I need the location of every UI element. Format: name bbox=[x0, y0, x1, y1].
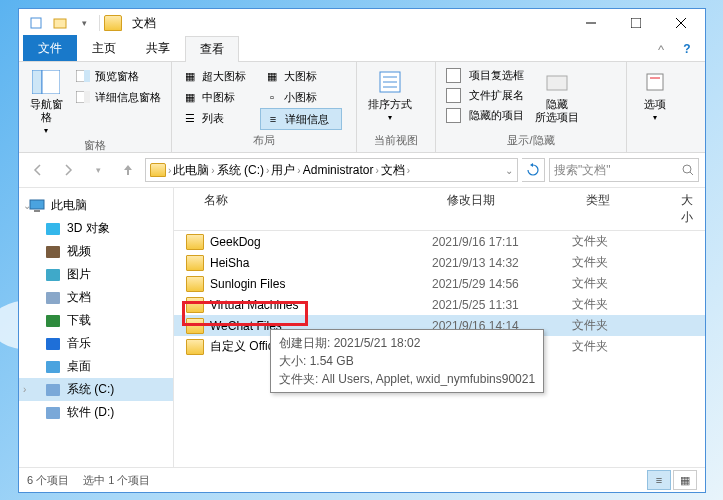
col-size[interactable]: 大小 bbox=[673, 192, 705, 226]
up-button[interactable] bbox=[115, 158, 141, 182]
col-date[interactable]: 修改日期 bbox=[439, 192, 578, 226]
svg-rect-26 bbox=[46, 292, 60, 304]
chk-hidden-items[interactable]: 隐藏的项目 bbox=[442, 106, 528, 125]
help-button[interactable]: ? bbox=[675, 37, 699, 61]
search-icon bbox=[682, 164, 694, 176]
crumb-admin[interactable]: Administrator› bbox=[303, 163, 379, 177]
file-list[interactable]: 名称 修改日期 类型 大小 GeekDog2021/9/16 17:11文件夹H… bbox=[174, 188, 705, 467]
svg-rect-31 bbox=[46, 407, 60, 419]
nav-item[interactable]: 软件 (D:) bbox=[19, 401, 173, 424]
column-headers[interactable]: 名称 修改日期 类型 大小 bbox=[174, 188, 705, 231]
nav-icon bbox=[45, 313, 61, 329]
tab-view[interactable]: 查看 bbox=[185, 36, 239, 62]
svg-rect-22 bbox=[34, 210, 40, 212]
qat-new-folder[interactable] bbox=[49, 13, 71, 33]
breadcrumb[interactable]: › 此电脑› 系统 (C:)› 用户› Administrator› 文档› ⌄ bbox=[145, 158, 518, 182]
maximize-button[interactable] bbox=[613, 9, 658, 37]
svg-line-20 bbox=[690, 172, 693, 175]
hide-selected-button[interactable]: 隐藏 所选项目 bbox=[532, 66, 582, 126]
view-md-icons[interactable]: ▦中图标 bbox=[178, 87, 256, 107]
svg-rect-29 bbox=[46, 361, 60, 373]
file-row[interactable]: HeiSha2021/9/13 14:32文件夹 bbox=[174, 252, 705, 273]
close-button[interactable] bbox=[658, 9, 703, 37]
svg-rect-3 bbox=[631, 18, 641, 28]
folder-icon bbox=[104, 15, 122, 31]
nav-icon bbox=[45, 290, 61, 306]
explorer-window: ▾ 文档 文件 主页 共享 查看 ^ ? 导航窗格▾ bbox=[18, 8, 706, 493]
svg-rect-21 bbox=[30, 200, 44, 209]
nav-item[interactable]: ›系统 (C:) bbox=[19, 378, 173, 401]
crumb-c[interactable]: 系统 (C:)› bbox=[217, 162, 270, 179]
svg-rect-16 bbox=[547, 76, 567, 90]
svg-rect-25 bbox=[46, 269, 60, 281]
file-row[interactable]: Virtual Machines2021/5/25 11:31文件夹 bbox=[174, 294, 705, 315]
preview-pane-button[interactable]: 预览窗格 bbox=[71, 66, 165, 86]
details-pane-button[interactable]: 详细信息窗格 bbox=[71, 87, 165, 107]
file-row[interactable]: Sunlogin Files2021/5/29 14:56文件夹 bbox=[174, 273, 705, 294]
addr-dropdown[interactable]: ⌄ bbox=[505, 165, 513, 176]
svg-rect-27 bbox=[46, 315, 60, 327]
chk-item-checkbox[interactable]: 项目复选框 bbox=[442, 66, 528, 85]
nav-item[interactable]: 音乐 bbox=[19, 332, 173, 355]
qat-dropdown[interactable]: ▾ bbox=[73, 13, 95, 33]
nav-pane-button[interactable]: 导航窗格▾ bbox=[25, 66, 67, 138]
view-thumbs-toggle[interactable]: ▦ bbox=[673, 470, 697, 490]
svg-rect-17 bbox=[647, 74, 663, 90]
nav-item[interactable]: 文档 bbox=[19, 286, 173, 309]
nav-icon bbox=[45, 267, 61, 283]
ribbon: 导航窗格▾ 预览窗格 详细信息窗格 窗格 ▦超大图标 ▦中图标 ☰列表 ▦大图标… bbox=[19, 62, 705, 153]
ribbon-tabs: 文件 主页 共享 查看 ^ ? bbox=[19, 37, 705, 62]
nav-icon bbox=[45, 405, 61, 421]
nav-item[interactable]: 下载 bbox=[19, 309, 173, 332]
view-xl-icons[interactable]: ▦超大图标 bbox=[178, 66, 256, 86]
address-bar: ▾ › 此电脑› 系统 (C:)› 用户› Administrator› 文档›… bbox=[19, 153, 705, 188]
svg-rect-11 bbox=[84, 91, 90, 103]
nav-item[interactable]: 3D 对象 bbox=[19, 217, 173, 240]
view-sm-icons[interactable]: ▫小图标 bbox=[260, 87, 342, 107]
col-name[interactable]: 名称 bbox=[174, 192, 439, 226]
forward-button[interactable] bbox=[55, 158, 81, 182]
tooltip: 创建日期: 2021/5/21 18:02 大小: 1.54 GB 文件夹: A… bbox=[270, 329, 544, 393]
svg-rect-7 bbox=[42, 70, 60, 94]
back-button[interactable] bbox=[25, 158, 51, 182]
search-input[interactable]: 搜索"文档" bbox=[549, 158, 699, 182]
nav-icon bbox=[45, 382, 61, 398]
window-title: 文档 bbox=[132, 15, 156, 32]
crumb-users[interactable]: 用户› bbox=[271, 162, 300, 179]
tab-share[interactable]: 共享 bbox=[131, 35, 185, 61]
view-lg-icons[interactable]: ▦大图标 bbox=[260, 66, 342, 86]
item-count: 6 个项目 bbox=[27, 473, 69, 488]
file-row[interactable]: GeekDog2021/9/16 17:11文件夹 bbox=[174, 231, 705, 252]
sort-button[interactable]: 排序方式▾ bbox=[363, 66, 417, 125]
folder-icon bbox=[186, 339, 204, 355]
qat-properties[interactable] bbox=[25, 13, 47, 33]
folder-icon bbox=[186, 276, 204, 292]
chk-file-ext[interactable]: 文件扩展名 bbox=[442, 86, 528, 105]
nav-this-pc[interactable]: ⌄ 此电脑 bbox=[19, 194, 173, 217]
folder-icon bbox=[186, 234, 204, 250]
tab-home[interactable]: 主页 bbox=[77, 35, 131, 61]
selection-count: 选中 1 个项目 bbox=[83, 473, 150, 488]
view-details-toggle[interactable]: ≡ bbox=[647, 470, 671, 490]
recent-dropdown[interactable]: ▾ bbox=[85, 158, 111, 182]
svg-rect-1 bbox=[54, 19, 66, 28]
nav-item[interactable]: 视频 bbox=[19, 240, 173, 263]
nav-tree[interactable]: ⌄ 此电脑 3D 对象视频图片文档下载音乐桌面›系统 (C:)软件 (D:) bbox=[19, 188, 174, 467]
crumb-docs[interactable]: 文档› bbox=[381, 162, 410, 179]
folder-icon bbox=[186, 255, 204, 271]
nav-item[interactable]: 桌面 bbox=[19, 355, 173, 378]
view-list[interactable]: ☰列表 bbox=[178, 108, 256, 128]
options-button[interactable]: 选项▾ bbox=[633, 66, 677, 125]
nav-item[interactable]: 图片 bbox=[19, 263, 173, 286]
col-type[interactable]: 类型 bbox=[578, 192, 673, 226]
ribbon-collapse[interactable]: ^ bbox=[649, 37, 673, 61]
minimize-button[interactable] bbox=[568, 9, 613, 37]
title-bar: ▾ 文档 bbox=[19, 9, 705, 37]
svg-rect-24 bbox=[46, 246, 60, 258]
svg-rect-28 bbox=[46, 338, 60, 350]
folder-icon bbox=[186, 318, 204, 334]
crumb-pc[interactable]: 此电脑› bbox=[173, 162, 214, 179]
view-details[interactable]: ≡详细信息 bbox=[260, 108, 342, 130]
refresh-button[interactable] bbox=[522, 158, 545, 182]
tab-file[interactable]: 文件 bbox=[23, 35, 77, 61]
